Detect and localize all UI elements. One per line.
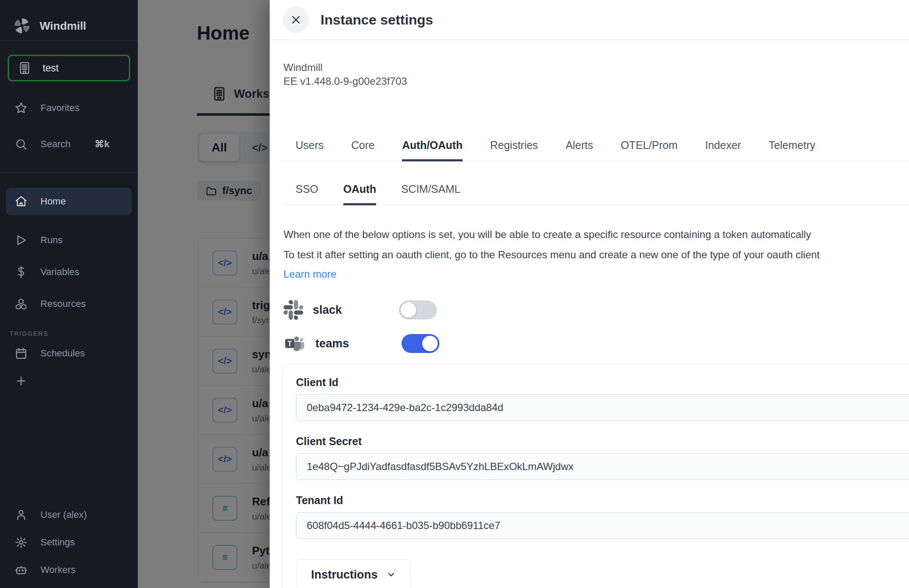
workspace-selector[interactable]: test bbox=[8, 55, 130, 81]
triggers-section-label: TRIGGERS bbox=[0, 318, 138, 340]
sidebar-item-label: Home bbox=[40, 196, 66, 207]
learn-more-link[interactable]: Learn more bbox=[283, 268, 336, 280]
drawer-header: Instance settings bbox=[270, 0, 909, 40]
teams-oauth-form: Client Id Client Secret Tenant Id Instru… bbox=[283, 364, 909, 588]
sidebar-item-favorites[interactable]: Favorites bbox=[0, 94, 138, 122]
star-icon bbox=[15, 102, 28, 115]
sidebar-item-label: Resources bbox=[40, 298, 86, 309]
tab-otel-prom[interactable]: OTEL/Prom bbox=[621, 139, 678, 161]
sidebar-item-home[interactable]: Home bbox=[6, 188, 132, 215]
house-icon bbox=[15, 195, 28, 208]
provider-row-slack: slack bbox=[283, 293, 909, 327]
svg-text:T: T bbox=[288, 340, 292, 347]
gear-icon bbox=[15, 536, 28, 549]
sidebar-item-runs[interactable]: Runs bbox=[0, 226, 138, 254]
teams-toggle[interactable] bbox=[402, 334, 439, 353]
tab-telemetry[interactable]: Telemetry bbox=[769, 139, 815, 161]
toggle-knob bbox=[401, 302, 416, 318]
tab-registries[interactable]: Registries bbox=[490, 139, 538, 161]
sidebar-item-label: Search bbox=[40, 139, 71, 150]
provider-name: slack bbox=[313, 303, 399, 317]
oauth-providers: slack T teams bbox=[283, 293, 909, 360]
windmill-logo-icon bbox=[13, 17, 31, 35]
divider bbox=[0, 173, 138, 173]
tab-indexer[interactable]: Indexer bbox=[705, 139, 741, 161]
version-line: EE v1.448.0-9-g00e23f703 bbox=[283, 74, 909, 88]
app-name: Windmill bbox=[40, 19, 86, 33]
drawer-body: Windmill EE v1.448.0-9-g00e23f703 Users … bbox=[270, 40, 909, 588]
drawer-title: Instance settings bbox=[321, 12, 433, 28]
play-icon bbox=[15, 234, 28, 247]
settings-tabs: Users Core Auth/OAuth Registries Alerts … bbox=[283, 139, 909, 161]
sidebar-item-variables[interactable]: Variables bbox=[0, 258, 138, 286]
sidebar-item-label: Runs bbox=[40, 235, 62, 246]
slack-icon bbox=[283, 300, 303, 320]
plus-icon bbox=[15, 374, 28, 387]
client-id-input[interactable] bbox=[296, 394, 909, 421]
sidebar-bottom: User (alex) Settings Workers bbox=[0, 501, 138, 584]
sidebar-item-workers[interactable]: Workers bbox=[0, 556, 138, 584]
sidebar-item-settings[interactable]: Settings bbox=[0, 529, 138, 556]
client-secret-input[interactable] bbox=[296, 453, 909, 480]
tab-alerts[interactable]: Alerts bbox=[566, 139, 593, 161]
tab-auth-oauth[interactable]: Auth/OAuth bbox=[402, 139, 462, 161]
divider bbox=[0, 40, 138, 41]
sidebar-item-label: Variables bbox=[40, 266, 79, 278]
sidebar: Windmill test Favorites Search ⌘k Home R… bbox=[0, 0, 138, 588]
x-icon bbox=[290, 13, 302, 26]
sidebar-item-search[interactable]: Search ⌘k bbox=[0, 130, 138, 158]
close-button[interactable] bbox=[283, 6, 309, 33]
cubes-icon bbox=[15, 297, 28, 310]
subtab-scim-saml[interactable]: SCIM/SAML bbox=[401, 183, 461, 205]
auth-subtabs: SSO OAuth SCIM/SAML bbox=[283, 183, 909, 205]
sidebar-item-user[interactable]: User (alex) bbox=[0, 501, 138, 529]
instructions-button[interactable]: Instructions bbox=[296, 559, 411, 588]
sidebar-item-label: Settings bbox=[40, 537, 75, 548]
app-logo[interactable]: Windmill bbox=[0, 0, 138, 40]
sidebar-item-label: User (alex) bbox=[40, 509, 87, 520]
subtab-sso[interactable]: SSO bbox=[296, 183, 318, 205]
instructions-label: Instructions bbox=[311, 568, 378, 582]
description-line-1: When one of the below options is set, yo… bbox=[283, 224, 909, 244]
sidebar-item-schedules[interactable]: Schedules bbox=[0, 340, 138, 367]
sidebar-item-label: Schedules bbox=[40, 348, 85, 359]
sidebar-item-label: Favorites bbox=[40, 102, 79, 114]
robot-icon bbox=[15, 563, 28, 576]
teams-icon: T bbox=[283, 334, 306, 353]
description-line-2: To test it after setting an oauth client… bbox=[283, 244, 909, 265]
tenant-id-input[interactable] bbox=[296, 512, 909, 539]
toggle-knob bbox=[422, 336, 438, 351]
dollar-icon bbox=[15, 266, 28, 279]
chevron-down-icon bbox=[386, 570, 396, 579]
subtab-oauth[interactable]: OAuth bbox=[343, 183, 376, 205]
person-icon bbox=[15, 508, 28, 521]
sidebar-item-label: Workers bbox=[40, 564, 76, 576]
sidebar-item-resources[interactable]: Resources bbox=[0, 290, 138, 318]
slack-toggle[interactable] bbox=[399, 300, 437, 319]
tab-users[interactable]: Users bbox=[296, 139, 324, 161]
oauth-description: When one of the below options is set, yo… bbox=[283, 224, 909, 265]
search-shortcut: ⌘k bbox=[95, 139, 109, 150]
provider-row-teams: T teams bbox=[283, 327, 909, 360]
client-secret-label: Client Secret bbox=[296, 435, 909, 448]
tenant-id-label: Tenant Id bbox=[296, 494, 909, 507]
calendar-icon bbox=[15, 347, 28, 360]
search-icon bbox=[15, 138, 28, 151]
building-icon bbox=[18, 61, 31, 75]
app-name-line: Windmill bbox=[283, 61, 909, 74]
provider-name: teams bbox=[315, 337, 402, 350]
client-id-label: Client Id bbox=[296, 376, 909, 389]
instance-settings-drawer: Instance settings Windmill EE v1.448.0-9… bbox=[270, 0, 909, 588]
workspace-name: test bbox=[43, 62, 59, 74]
tab-core[interactable]: Core bbox=[351, 139, 374, 161]
sidebar-add-button[interactable] bbox=[0, 367, 138, 395]
